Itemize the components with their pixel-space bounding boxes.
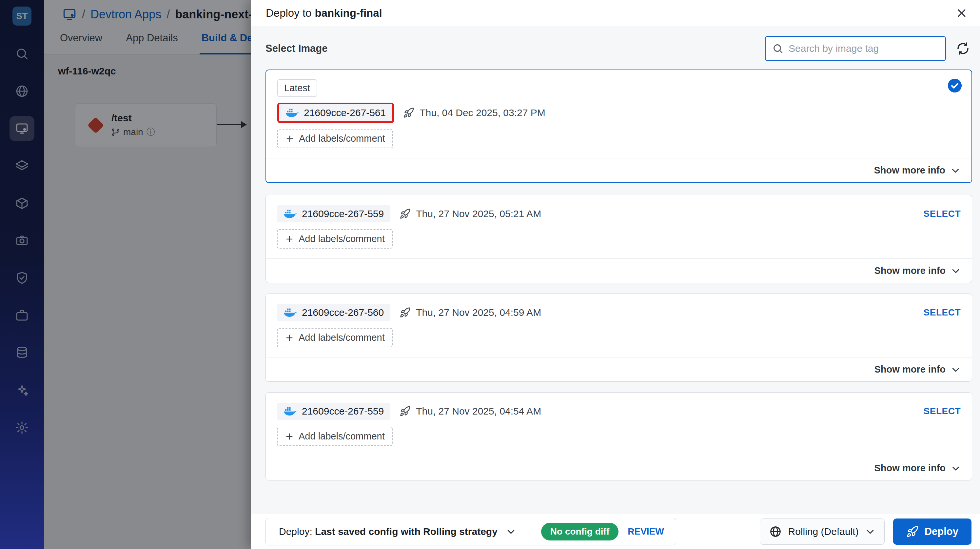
show-more-info-button[interactable]: Show more info [266,158,972,182]
strategy-dropdown[interactable]: Rolling (Default) [760,519,885,545]
chevron-down-icon [865,527,875,536]
chevron-down-icon [506,527,516,536]
deploy-config-value: Last saved config with Rolling strategy [315,526,498,537]
select-image-button[interactable]: SELECT [924,307,961,318]
deployed-time-text: Thu, 27 Nov 2025, 04:59 AM [416,307,541,318]
show-more-info-button[interactable]: Show more info [266,357,972,381]
image-search-box [765,36,946,61]
show-more-info-button[interactable]: Show more info [266,259,972,283]
review-link[interactable]: REVIEW [628,527,664,537]
rocket-icon [399,406,411,417]
image-tag-chip: 21609cce-267-559 [277,205,390,222]
rocket-icon [403,107,414,118]
deployed-time-text: Thu, 04 Dec 2025, 03:27 PM [420,107,546,118]
image-card[interactable]: 21609cce-267-559 Thu, 27 Nov 2025, 04:54… [266,392,972,480]
add-labels-button[interactable]: Add labels/comment [277,129,393,148]
image-tag: 21609cce-267-561 [304,107,386,118]
plus-icon [285,333,294,342]
add-labels-button[interactable]: Add labels/comment [277,328,393,347]
deploy-button[interactable]: Deploy [893,519,972,545]
add-labels-button[interactable]: Add labels/comment [277,427,393,446]
highlight-red-outline: 21609cce-267-561 [277,103,394,123]
image-tag: 21609cce-267-560 [302,307,384,318]
search-icon [772,43,783,54]
strategy-globe-icon [769,525,782,538]
search-input[interactable] [789,43,939,54]
select-image-button[interactable]: SELECT [924,406,961,417]
deploy-config-group: Deploy: Last saved config with Rolling s… [266,518,676,546]
chevron-down-icon [950,166,960,176]
image-card[interactable]: 21609cce-267-559 Thu, 27 Nov 2025, 05:21… [266,195,972,283]
image-tag: 21609cce-267-559 [302,406,384,417]
image-card[interactable]: 21609cce-267-560 Thu, 27 Nov 2025, 04:59… [266,294,972,382]
chevron-down-icon [951,463,961,473]
deploy-config-dropdown[interactable]: Deploy: Last saved config with Rolling s… [266,518,529,545]
deploy-button-label: Deploy [924,526,958,538]
plus-icon [285,134,294,143]
image-tag: 21609cce-267-559 [302,208,384,219]
refresh-icon[interactable] [954,39,972,58]
rocket-icon [399,307,411,318]
modal-title-prefix: Deploy to [266,7,311,19]
config-diff-section: No config diff REVIEW [529,518,676,545]
chevron-down-icon [951,365,961,375]
deployed-time: Thu, 27 Nov 2025, 05:21 AM [399,208,541,219]
deployed-time-text: Thu, 27 Nov 2025, 04:54 AM [416,406,541,417]
select-image-heading: Select Image [266,43,328,54]
docker-icon [285,108,299,118]
image-card[interactable]: Latest 21609cce-267-561 Thu, 04 Dec 2025… [266,70,972,183]
deployed-time-text: Thu, 27 Nov 2025, 05:21 AM [416,208,541,219]
deploy-modal: Deploy to banking-final Select Image [251,0,980,549]
modal-header: Deploy to banking-final [251,0,980,26]
deploy-config-prefix: Deploy: [279,526,312,537]
plus-icon [285,235,294,244]
add-labels-button[interactable]: Add labels/comment [277,229,393,249]
docker-icon [283,209,297,219]
docker-icon [283,308,297,318]
selected-check-icon[interactable] [947,78,962,93]
page: ST / Devtron Apps / banking-next-f [0,0,980,549]
plus-icon [285,432,294,441]
rocket-icon [906,525,919,538]
docker-icon [283,406,297,416]
image-tag-chip: 21609cce-267-559 [277,403,390,420]
modal-body: Select Image Latest [251,26,980,514]
rocket-icon [399,208,411,219]
show-more-info-button[interactable]: Show more info [266,456,972,480]
deploy-footer: Deploy: Last saved config with Rolling s… [251,514,980,549]
config-diff-badge: No config diff [541,523,619,541]
deployed-time: Thu, 27 Nov 2025, 04:54 AM [399,406,541,417]
deployed-time: Thu, 04 Dec 2025, 03:27 PM [403,107,546,118]
image-tag-chip: 21609cce-267-561 [279,104,392,121]
strategy-value: Rolling (Default) [788,526,859,537]
select-image-button[interactable]: SELECT [924,209,961,219]
close-icon[interactable] [953,5,970,22]
chevron-down-icon [951,266,961,276]
modal-title-environment: banking-final [315,7,382,19]
image-tag-chip: 21609cce-267-560 [277,304,390,321]
latest-badge: Latest [277,79,317,97]
deployed-time: Thu, 27 Nov 2025, 04:59 AM [399,307,541,318]
